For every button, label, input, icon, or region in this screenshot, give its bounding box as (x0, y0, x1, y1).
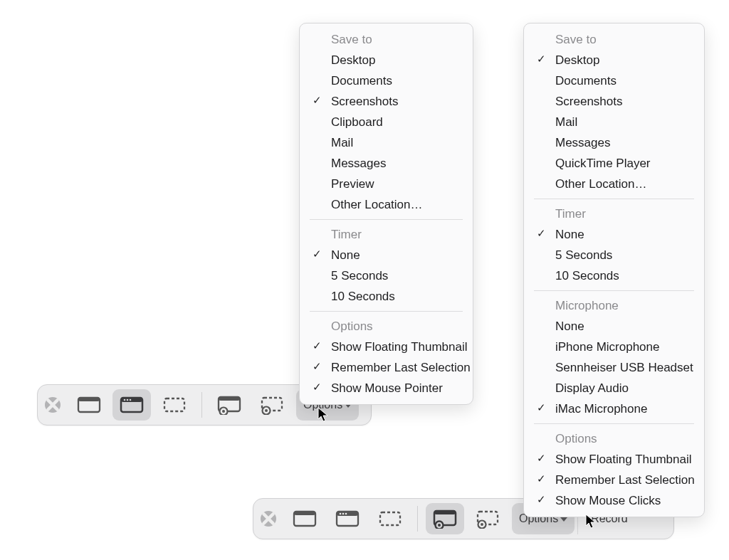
menu-item[interactable]: QuickTime Player (524, 153, 704, 174)
menu-item[interactable]: Display Audio (524, 378, 704, 398)
menu-item-label: Messages (331, 157, 386, 170)
menu-item[interactable]: Mail (524, 112, 704, 132)
menu-separator (534, 199, 694, 199)
chevron-down-icon (560, 517, 567, 522)
menu-separator (534, 290, 694, 291)
menu-item[interactable]: Documents (300, 70, 473, 91)
options-menu-right: Save to✓DesktopDocumentsScreenshotsMailM… (523, 23, 705, 517)
menu-item-label: iPhone Microphone (555, 340, 659, 354)
checkmark-icon: ✓ (313, 340, 322, 351)
close-button[interactable] (45, 397, 61, 413)
menu-item[interactable]: Desktop (300, 50, 473, 70)
menu-item[interactable]: Preview (300, 174, 473, 194)
menu-item[interactable]: Clipboard (300, 112, 473, 132)
menu-item-label: Documents (555, 74, 617, 88)
menu-item[interactable]: ✓Show Mouse Clicks (524, 490, 704, 511)
svg-rect-24 (434, 511, 456, 514)
menu-item[interactable]: Mail (300, 132, 473, 153)
svg-point-20 (342, 513, 345, 515)
menu-item-label: Preview (331, 177, 374, 191)
menu-item[interactable]: Messages (524, 132, 704, 153)
menu-item[interactable]: ✓Remember Last Selection (300, 357, 473, 378)
menu-item-label: Documents (331, 74, 392, 88)
svg-rect-1 (78, 398, 100, 401)
menu-item-label: 10 Seconds (555, 269, 619, 282)
svg-point-21 (345, 513, 347, 515)
menu-item-label: Clipboard (331, 115, 383, 129)
svg-point-29 (481, 523, 483, 526)
menu-item[interactable]: ✓Remember Last Selection (524, 470, 704, 490)
menu-item-label: Desktop (555, 53, 599, 67)
svg-point-19 (340, 513, 342, 515)
menu-item[interactable]: Messages (300, 153, 473, 174)
menu-item[interactable]: Screenshots (524, 91, 704, 112)
capture-entire-screen-button[interactable] (285, 503, 324, 534)
checkmark-icon: ✓ (313, 248, 322, 259)
menu-item[interactable]: Documents (524, 70, 704, 91)
screen-icon (292, 509, 318, 529)
checkmark-icon: ✓ (537, 453, 546, 463)
menu-item-label: None (555, 228, 584, 241)
capture-window-button[interactable] (112, 389, 151, 421)
menu-separator (310, 219, 463, 220)
menu-item[interactable]: ✓None (300, 245, 473, 265)
menu-item[interactable]: ✓Screenshots (300, 91, 473, 112)
toolbar-separator (201, 392, 202, 418)
checkmark-icon: ✓ (313, 95, 322, 105)
menu-item[interactable]: Sennheiser USB Headset (524, 357, 704, 378)
record-selection-button[interactable] (468, 503, 507, 534)
menu-item[interactable]: ✓iMac Microphone (524, 398, 704, 419)
menu-section-title: Save to (524, 29, 704, 50)
menu-item[interactable]: 10 Seconds (300, 286, 473, 307)
menu-item-label: 5 Seconds (555, 248, 612, 262)
menu-item[interactable]: Other Location… (524, 174, 704, 194)
menu-item[interactable]: ✓Show Mouse Pointer (300, 378, 473, 398)
checkmark-icon: ✓ (537, 402, 546, 413)
menu-item[interactable]: None (524, 316, 704, 337)
menu-item-label: Other Location… (555, 177, 647, 191)
record-selection-icon (259, 395, 285, 415)
menu-item[interactable]: ✓Show Floating Thumbnail (300, 337, 473, 357)
menu-item-label: Sennheiser USB Headset (555, 361, 693, 374)
selection-icon (162, 395, 187, 415)
window-icon (119, 395, 145, 415)
capture-selection-button[interactable] (155, 389, 194, 421)
menu-item-label: Show Floating Thumbnail (331, 340, 468, 354)
capture-selection-button[interactable] (371, 503, 409, 534)
toolbar-separator (417, 506, 418, 532)
menu-section-title: Timer (524, 204, 704, 224)
window-icon (335, 509, 360, 529)
menu-item[interactable]: Other Location… (300, 194, 473, 215)
menu-item-label: Desktop (331, 53, 375, 67)
capture-window-button[interactable] (328, 503, 367, 534)
menu-item[interactable]: iPhone Microphone (524, 337, 704, 357)
svg-rect-22 (380, 512, 400, 525)
record-entire-screen-button[interactable] (210, 389, 248, 421)
menu-item[interactable]: 5 Seconds (300, 265, 473, 286)
close-button[interactable] (261, 511, 276, 527)
menu-item-label: None (331, 248, 360, 262)
svg-rect-16 (294, 512, 315, 515)
svg-point-4 (124, 399, 126, 401)
menu-item[interactable]: ✓Show Floating Thumbnail (524, 449, 704, 470)
svg-point-11 (222, 410, 225, 413)
menu-item[interactable]: 5 Seconds (524, 245, 704, 265)
menu-item[interactable]: ✓Desktop (524, 50, 704, 70)
record-screen-icon (216, 395, 242, 415)
svg-point-14 (265, 409, 268, 412)
menu-item[interactable]: ✓None (524, 224, 704, 245)
menu-section-title: Options (524, 428, 704, 449)
menu-section-title: Timer (300, 224, 473, 245)
svg-rect-9 (219, 397, 240, 401)
checkmark-icon: ✓ (313, 381, 322, 392)
record-entire-screen-button[interactable] (426, 503, 464, 534)
capture-entire-screen-button[interactable] (70, 389, 108, 421)
screen-icon (76, 395, 102, 415)
menu-separator (534, 423, 694, 424)
menu-item[interactable]: 10 Seconds (524, 265, 704, 286)
menu-separator (310, 311, 463, 312)
record-selection-button[interactable] (253, 389, 291, 421)
menu-section-title: Save to (300, 29, 473, 50)
menu-section-title: Options (300, 316, 473, 337)
menu-item-label: Other Location… (331, 198, 423, 211)
